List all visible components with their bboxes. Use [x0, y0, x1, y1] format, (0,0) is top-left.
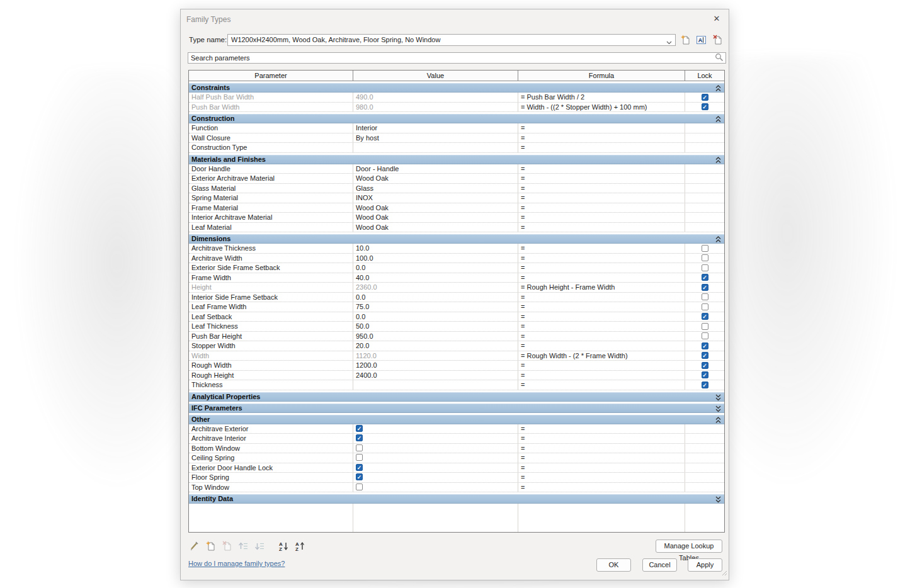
param-value-cell[interactable]: [353, 473, 518, 482]
param-formula-cell[interactable]: =: [518, 312, 685, 322]
apply-button[interactable]: Apply: [688, 558, 722, 572]
section-header-dimensions[interactable]: Dimensions: [189, 234, 724, 244]
param-value-cell[interactable]: 980.0: [353, 103, 518, 112]
param-formula-cell[interactable]: =: [518, 223, 685, 232]
param-value-cell[interactable]: 0.0: [353, 263, 518, 273]
value-checkbox[interactable]: [356, 434, 363, 441]
param-formula-cell[interactable]: =: [518, 273, 685, 283]
param-value-cell[interactable]: Wood Oak: [353, 174, 518, 183]
param-formula-cell[interactable]: =: [518, 473, 685, 482]
param-value-cell[interactable]: [353, 444, 518, 453]
param-formula-cell[interactable]: =: [518, 322, 685, 331]
param-value-cell[interactable]: Wood Oak: [353, 213, 518, 222]
param-value-cell[interactable]: [353, 143, 518, 152]
edit-parameter-button[interactable]: [188, 540, 200, 551]
section-header-ifc-parameters[interactable]: IFC Parameters: [189, 404, 724, 413]
param-formula-cell[interactable]: =: [518, 123, 685, 133]
column-header-formula[interactable]: Formula: [518, 71, 685, 81]
param-formula-cell[interactable]: = Rough Height - Frame Width: [518, 283, 685, 292]
param-formula-cell[interactable]: =: [518, 213, 685, 222]
param-formula-cell[interactable]: =: [518, 463, 685, 473]
param-value-cell[interactable]: [353, 483, 518, 492]
sort-descending-button[interactable]: A Z: [294, 540, 305, 551]
param-formula-cell[interactable]: =: [518, 444, 685, 453]
param-formula-cell[interactable]: =: [518, 434, 685, 443]
value-checkbox[interactable]: [356, 454, 363, 461]
param-formula-cell[interactable]: = Width - ((2 * Stopper Width) + 100 mm): [518, 103, 685, 112]
section-header-identity-data[interactable]: Identity Data: [189, 494, 724, 504]
param-value-cell[interactable]: INOX: [353, 193, 518, 203]
param-value-cell[interactable]: Wood Oak: [353, 203, 518, 213]
param-value-cell[interactable]: 75.0: [353, 302, 518, 312]
param-value-cell[interactable]: 40.0: [353, 273, 518, 283]
param-formula-cell[interactable]: =: [518, 424, 685, 434]
param-value-cell[interactable]: Glass: [353, 184, 518, 193]
lock-checkbox[interactable]: [702, 323, 708, 330]
lock-checkbox[interactable]: [702, 284, 708, 291]
param-formula-cell[interactable]: = Push Bar Width / 2: [518, 93, 685, 102]
collapse-section-icon[interactable]: [715, 116, 721, 125]
lock-checkbox[interactable]: [702, 254, 708, 261]
lock-checkbox[interactable]: [702, 371, 708, 378]
param-formula-cell[interactable]: =: [518, 341, 685, 351]
section-header-analytical-properties[interactable]: Analytical Properties: [189, 392, 724, 402]
param-formula-cell[interactable]: =: [518, 361, 685, 370]
new-parameter-button[interactable]: [205, 540, 216, 551]
param-formula-cell[interactable]: =: [518, 302, 685, 312]
section-header-constraints[interactable]: Constraints: [189, 83, 724, 93]
expand-section-icon[interactable]: [715, 496, 721, 505]
new-type-button[interactable]: [680, 34, 691, 46]
param-formula-cell[interactable]: =: [518, 380, 685, 390]
param-value-cell[interactable]: 950.0: [353, 332, 518, 341]
value-checkbox[interactable]: [356, 444, 363, 451]
collapse-section-icon[interactable]: [715, 236, 721, 245]
lock-checkbox[interactable]: [702, 245, 708, 252]
rename-type-button[interactable]: A: [695, 34, 707, 46]
ok-button[interactable]: OK: [596, 558, 631, 572]
lock-checkbox[interactable]: [702, 362, 708, 369]
expand-section-icon[interactable]: [715, 405, 721, 414]
param-formula-cell[interactable]: =: [518, 174, 685, 183]
param-value-cell[interactable]: [353, 434, 518, 443]
lock-checkbox[interactable]: [702, 332, 708, 339]
param-formula-cell[interactable]: =: [518, 244, 685, 253]
value-checkbox[interactable]: [356, 464, 363, 471]
param-formula-cell[interactable]: =: [518, 143, 685, 152]
value-checkbox[interactable]: [356, 483, 363, 490]
close-icon[interactable]: ✕: [711, 13, 722, 25]
lock-checkbox[interactable]: [702, 94, 708, 101]
value-checkbox[interactable]: [356, 425, 363, 432]
param-value-cell[interactable]: 490.0: [353, 93, 518, 102]
param-formula-cell[interactable]: =: [518, 184, 685, 193]
lock-checkbox[interactable]: [702, 342, 708, 349]
param-formula-cell[interactable]: =: [518, 193, 685, 203]
help-link[interactable]: How do I manage family types?: [188, 560, 285, 567]
expand-section-icon[interactable]: [715, 394, 721, 403]
value-checkbox[interactable]: [356, 473, 363, 480]
param-value-cell[interactable]: Wood Oak: [353, 223, 518, 232]
column-header-parameter[interactable]: Parameter: [189, 71, 353, 81]
resize-grip[interactable]: [721, 567, 727, 579]
lock-checkbox[interactable]: [702, 103, 708, 110]
lock-checkbox[interactable]: [702, 352, 708, 359]
param-value-cell[interactable]: [353, 453, 518, 463]
param-value-cell[interactable]: 2400.0: [353, 371, 518, 380]
param-value-cell[interactable]: 0.0: [353, 293, 518, 302]
section-header-construction[interactable]: Construction: [189, 114, 724, 123]
param-value-cell[interactable]: Door - Handle: [353, 164, 518, 174]
param-formula-cell[interactable]: =: [518, 483, 685, 492]
param-value-cell[interactable]: By host: [353, 133, 518, 143]
type-name-select[interactable]: W1200xH2400mm, Wood Oak, Architrave, Flo…: [227, 34, 676, 46]
collapse-section-icon[interactable]: [715, 417, 721, 426]
param-value-cell[interactable]: 1200.0: [353, 361, 518, 370]
param-value-cell[interactable]: 10.0: [353, 244, 518, 253]
param-value-cell[interactable]: 100.0: [353, 254, 518, 263]
param-value-cell[interactable]: 20.0: [353, 341, 518, 351]
param-formula-cell[interactable]: =: [518, 332, 685, 341]
param-value-cell[interactable]: [353, 424, 518, 434]
lock-checkbox[interactable]: [702, 264, 708, 271]
param-formula-cell[interactable]: =: [518, 293, 685, 302]
collapse-section-icon[interactable]: [715, 85, 721, 94]
delete-type-button[interactable]: [712, 34, 723, 46]
param-value-cell[interactable]: 0.0: [353, 312, 518, 322]
